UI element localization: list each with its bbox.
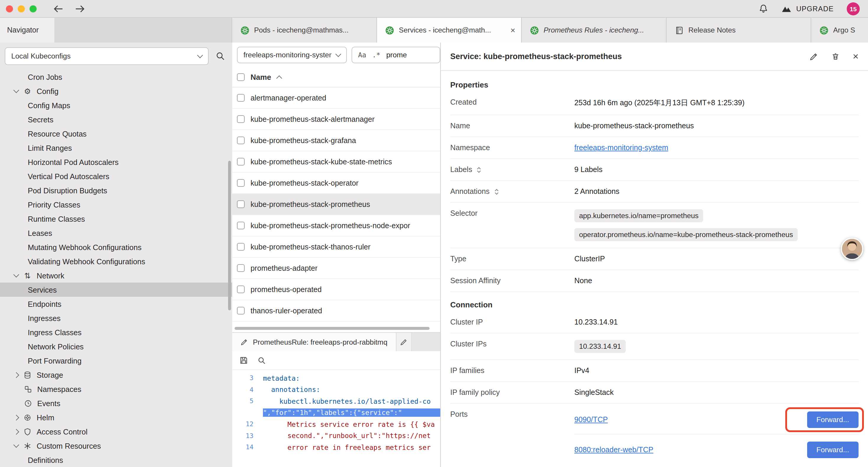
navigator-tree: Cron Jobs ⚙ Config Config Maps Secrets R…: [0, 68, 232, 467]
sidebar-item-runtime-classes[interactable]: Runtime Classes: [0, 212, 232, 226]
sidebar-item-resource-quotas[interactable]: Resource Quotas: [0, 126, 232, 141]
row-checkbox[interactable]: [237, 286, 245, 293]
forward-button-9090[interactable]: Forward...: [807, 411, 859, 428]
tab-pods[interactable]: Pods - icecheng@mathmas...: [232, 18, 377, 42]
dock-tab-partial[interactable]: [396, 333, 411, 351]
sidebar-item-port-forwarding[interactable]: Port Forwarding: [0, 353, 232, 368]
editor-line-folded-selection: ","for":"1h","labels":{"service":": [232, 407, 440, 418]
tab-prometheus-rules[interactable]: Prometheus Rules - icecheng...: [522, 18, 666, 42]
sidebar-item-config-maps[interactable]: Config Maps: [0, 98, 232, 112]
row-checkbox[interactable]: [237, 158, 245, 166]
list-search-input[interactable]: Aa .* prome: [351, 47, 440, 63]
sidebar-item-access-control[interactable]: Access Control: [0, 425, 232, 439]
save-icon[interactable]: [239, 356, 248, 365]
yaml-editor[interactable]: 3metadata: 4 annotations: 5 kubectl.kube…: [232, 370, 440, 467]
table-row[interactable]: kube-prometheus-stack-alertmanager: [232, 109, 440, 130]
sidebar-item-config[interactable]: ⚙ Config: [0, 84, 232, 98]
minimize-window-button[interactable]: [18, 5, 25, 12]
row-checkbox[interactable]: [237, 179, 245, 187]
sidebar-item-priority-classes[interactable]: Priority Classes: [0, 198, 232, 212]
sidebar-item-helm[interactable]: Helm: [0, 410, 232, 425]
port-link-8080[interactable]: 8080:reloader-web/TCP: [574, 446, 653, 454]
table-row[interactable]: kube-prometheus-stack-thanos-ruler: [232, 236, 440, 258]
tab-argo[interactable]: Argo S: [811, 18, 868, 42]
sidebar-item-events[interactable]: Events: [0, 396, 232, 410]
namespace-link[interactable]: freeleaps-monitoring-system: [574, 144, 668, 152]
sidebar-item-storage[interactable]: Storage: [0, 368, 232, 382]
sidebar-item-definitions[interactable]: Definitions: [0, 453, 232, 467]
forward-button[interactable]: [74, 4, 85, 13]
table-row[interactable]: kube-prometheus-stack-prometheus-node-ex…: [232, 215, 440, 236]
sidebar-item-endpoints[interactable]: Endpoints: [0, 297, 232, 311]
editor-search-icon[interactable]: [258, 356, 266, 364]
sidebar-item-network-policies[interactable]: Network Policies: [0, 339, 232, 353]
sidebar-item-leases[interactable]: Leases: [0, 226, 232, 240]
notification-count-badge[interactable]: 15: [847, 2, 860, 15]
table-row[interactable]: prometheus-operated: [232, 279, 440, 300]
sidebar-item-horizontal-pod-autoscalers[interactable]: Horizontal Pod Autoscalers: [0, 155, 232, 169]
expand-collapse-icon[interactable]: [494, 188, 499, 195]
sidebar-item-cron-jobs[interactable]: Cron Jobs: [0, 70, 232, 84]
notifications-bell-icon[interactable]: [759, 4, 769, 13]
sidebar-item-limit-ranges[interactable]: Limit Ranges: [0, 141, 232, 155]
table-row[interactable]: thanos-ruler-operated: [232, 300, 440, 322]
sidebar-scrollbar[interactable]: [228, 161, 231, 310]
horizontal-scrollbar[interactable]: [232, 325, 440, 332]
sidebar-item-services[interactable]: Services: [0, 283, 232, 297]
table-row[interactable]: kube-prometheus-stack-grafana: [232, 130, 440, 151]
row-value[interactable]: 9 Labels: [574, 166, 859, 174]
row-checkbox[interactable]: [237, 222, 245, 229]
delete-button[interactable]: [831, 52, 840, 61]
dock-tab-label: PrometheusRule: freeleaps-prod-rabbitmq: [253, 338, 387, 346]
tab-services[interactable]: Services - icecheng@math... ×: [377, 18, 522, 42]
row-checkbox[interactable]: [237, 200, 245, 208]
sidebar-filter-row: Local Kubeconfigs: [0, 42, 232, 68]
table-row[interactable]: kube-prometheus-stack-kube-state-metrics: [232, 151, 440, 173]
row-value: None: [574, 276, 859, 285]
match-case-toggle[interactable]: Aa: [358, 51, 366, 59]
table-row[interactable]: kube-prometheus-stack-operator: [232, 173, 440, 194]
dock-tab-prometheusrule[interactable]: PrometheusRule: freeleaps-prod-rabbitmq: [232, 333, 396, 351]
sidebar-item-namespaces[interactable]: Namespaces: [0, 382, 232, 396]
app-window: UPGRADE 15 Navigator Pods - icecheng@mat…: [0, 0, 868, 467]
tab-release-notes[interactable]: Release Notes: [666, 18, 811, 42]
sidebar-item-pod-disruption-budgets[interactable]: Pod Disruption Budgets: [0, 183, 232, 198]
user-avatar[interactable]: [841, 238, 863, 260]
search-icon[interactable]: [216, 52, 225, 61]
row-value[interactable]: 2 Annotations: [574, 187, 859, 196]
expand-collapse-icon[interactable]: [476, 166, 482, 174]
row-checkbox[interactable]: [237, 94, 245, 102]
row-checkbox[interactable]: [237, 115, 245, 123]
edit-button[interactable]: [809, 52, 818, 61]
sidebar-item-custom-resources[interactable]: Custom Resources: [0, 439, 232, 453]
upgrade-button[interactable]: UPGRADE: [781, 4, 834, 13]
sidebar-item-mutating-webhook-configurations[interactable]: Mutating Webhook Configurations: [0, 240, 232, 254]
table-row[interactable]: prometheus-adapter: [232, 258, 440, 279]
column-header-name[interactable]: Name: [251, 73, 271, 82]
close-window-button[interactable]: [6, 5, 13, 12]
regex-toggle[interactable]: .*: [372, 51, 380, 59]
close-tab-icon[interactable]: ×: [510, 25, 515, 35]
kubeconfig-selector[interactable]: Local Kubeconfigs: [5, 47, 209, 65]
sidebar-item-network[interactable]: ⇅ Network: [0, 268, 232, 283]
port-link-9090[interactable]: 9090/TCP: [574, 415, 608, 424]
table-row[interactable]: alertmanager-operated: [232, 87, 440, 109]
forward-button-8080[interactable]: Forward...: [807, 442, 859, 458]
row-checkbox[interactable]: [237, 137, 245, 144]
row-checkbox[interactable]: [237, 264, 245, 272]
sidebar-item-vertical-pod-autoscalers[interactable]: Vertical Pod Autoscalers: [0, 169, 232, 183]
select-all-checkbox[interactable]: [237, 73, 245, 81]
kubeconfig-selector-value: Local Kubeconfigs: [11, 52, 193, 60]
sidebar-item-ingress-classes[interactable]: Ingress Classes: [0, 325, 232, 339]
table-row-selected[interactable]: kube-prometheus-stack-prometheus: [232, 194, 440, 215]
namespace-selector[interactable]: freeleaps-monitoring-system: [237, 47, 347, 63]
row-checkbox[interactable]: [237, 307, 245, 315]
back-button[interactable]: [53, 4, 64, 13]
maximize-window-button[interactable]: [30, 5, 37, 12]
sidebar-item-validating-webhook-configurations[interactable]: Validating Webhook Configurations: [0, 254, 232, 268]
sidebar-item-secrets[interactable]: Secrets: [0, 112, 232, 126]
scrollbar-thumb[interactable]: [235, 327, 430, 330]
close-panel-icon[interactable]: ×: [852, 52, 859, 61]
row-checkbox[interactable]: [237, 243, 245, 251]
sidebar-item-ingresses[interactable]: Ingresses: [0, 311, 232, 325]
